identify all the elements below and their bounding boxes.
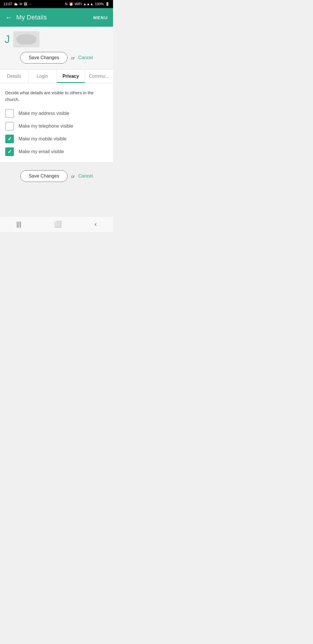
checkbox-telephone[interactable] [5,122,14,131]
checkbox-item-mobile: Make my mobile visible [5,135,108,143]
privacy-content: Decide what details are visible to other… [0,83,113,162]
checkbox-label-telephone: Make my telephone visible [19,124,73,129]
status-bar: 13:07 ⛅ ✉ 🖼 ··· N ⏰ WiFi ▲▲▲ 100% 🔋 [0,0,113,8]
avatar-initial: J [5,34,10,45]
weather-icon: ⛅ [14,2,18,6]
or-label-bottom: or [71,174,75,179]
tab-privacy[interactable]: Privacy [57,70,85,83]
cancel-button-bottom[interactable]: Cancel [78,173,93,179]
signal-icon: ▲▲▲ [83,2,94,6]
home-icon[interactable]: ⬜ [54,220,62,228]
alarm-icon: ⏰ [69,2,73,6]
back-button[interactable]: ← [5,14,13,21]
privacy-description: Decide what details are visible to other… [5,90,108,103]
menu-button[interactable]: MENU [93,15,108,20]
tab-login[interactable]: Login [28,70,57,83]
image-icon: 🖼 [24,2,27,6]
status-left: 13:07 ⛅ ✉ 🖼 ··· [3,2,32,6]
checkbox-label-email: Make my email visible [19,149,64,154]
back-nav-icon[interactable]: ‹ [94,220,97,228]
tab-details[interactable]: Details [0,70,28,83]
checkbox-mobile[interactable] [5,135,14,143]
recent-apps-icon[interactable]: ||| [16,220,21,228]
battery-icon: 🔋 [105,2,110,6]
time: 13:07 [3,2,12,6]
save-cancel-section-bottom: Save Changes or Cancel [0,162,113,188]
main-wrapper: J Save Changes or Cancel Details Login P… [0,27,113,232]
checkbox-item-email: Make my email visible [5,147,108,156]
nfc-icon: N [65,2,68,6]
checkbox-label-address: Make my address visible [19,111,69,116]
save-changes-button-bottom[interactable]: Save Changes [20,170,68,182]
save-changes-button-top[interactable]: Save Changes [20,52,68,64]
mail-icon: ✉ [19,2,22,6]
save-cancel-row-top: Save Changes or Cancel [5,52,108,64]
header: ← My Details MENU [0,8,113,27]
profile-info: J [5,31,108,47]
profile-section: J Save Changes or Cancel [0,27,113,70]
checkbox-address[interactable] [5,109,14,118]
checkbox-label-mobile: Make my mobile visible [19,136,66,142]
tab-commu[interactable]: Commu... [85,70,113,83]
or-label-top: or [71,55,75,60]
checkbox-item-address: Make my address visible [5,109,108,118]
tabs: Details Login Privacy Commu... [0,70,113,83]
cancel-button-top[interactable]: Cancel [78,55,93,60]
checkbox-email[interactable] [5,147,14,156]
checkbox-item-telephone: Make my telephone visible [5,122,108,131]
wifi-icon: WiFi [75,2,82,6]
nav-bar: ||| ⬜ ‹ [0,216,113,232]
header-left: ← My Details [5,14,47,21]
page-title: My Details [16,14,47,21]
status-right: N ⏰ WiFi ▲▲▲ 100% 🔋 [65,2,110,6]
avatar-image [13,31,39,47]
spacer [0,188,113,216]
battery-percent: 100% [95,2,104,6]
dots-icon: ··· [29,2,32,6]
checkbox-list: Make my address visible Make my telephon… [5,109,108,156]
